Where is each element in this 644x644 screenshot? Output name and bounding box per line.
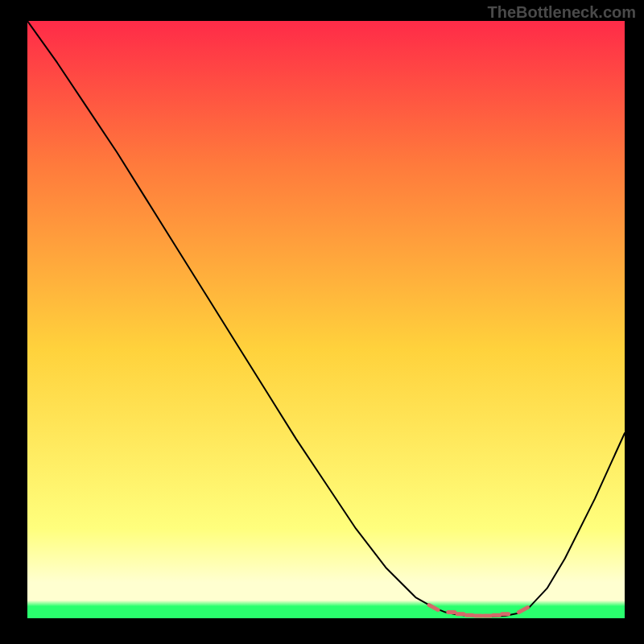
watermark-text: TheBottleneck.com [488,3,636,22]
plot-area [27,21,625,618]
svg-rect-0 [27,21,625,618]
plot-svg [27,21,625,618]
chart-container: TheBottleneck.com [0,0,644,644]
